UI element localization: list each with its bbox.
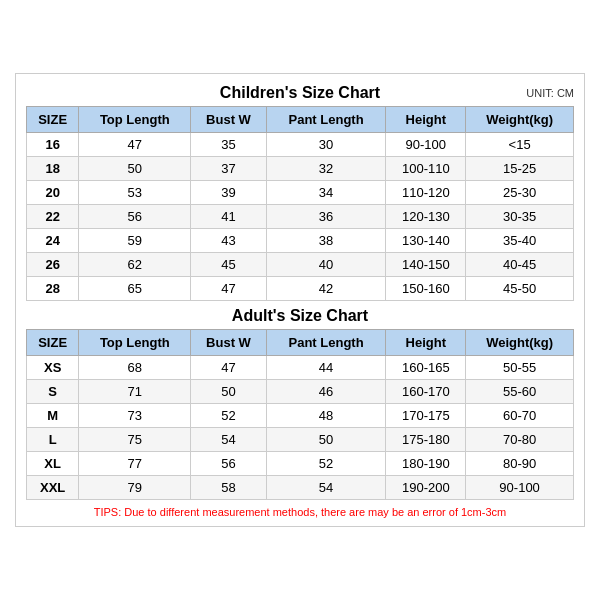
adults-title-row: Adult's Size Chart: [26, 307, 574, 325]
children-col-bust-w: Bust W: [191, 107, 266, 133]
unit-label: UNIT: CM: [526, 87, 574, 99]
table-row: 18503732100-11015-25: [27, 157, 574, 181]
children-title: Children's Size Chart: [220, 84, 380, 102]
adults-col-bust-w: Bust W: [191, 330, 266, 356]
children-col-weight: Weight(kg): [466, 107, 574, 133]
adults-tbody: XS684744160-16550-55S715046160-17055-60M…: [27, 356, 574, 500]
table-row: S715046160-17055-60: [27, 380, 574, 404]
children-table: SIZE Top Length Bust W Pant Length Heigh…: [26, 106, 574, 301]
table-row: 24594338130-14035-40: [27, 229, 574, 253]
table-row: XXL795854190-20090-100: [27, 476, 574, 500]
table-row: 20533934110-12025-30: [27, 181, 574, 205]
children-col-height: Height: [386, 107, 466, 133]
table-row: M735248170-17560-70: [27, 404, 574, 428]
adults-col-top-length: Top Length: [79, 330, 191, 356]
adults-col-weight: Weight(kg): [466, 330, 574, 356]
adults-header-row: SIZE Top Length Bust W Pant Length Heigh…: [27, 330, 574, 356]
chart-container: Children's Size Chart UNIT: CM SIZE Top …: [15, 73, 585, 527]
children-col-pant-length: Pant Length: [266, 107, 386, 133]
tips-text: TIPS: Due to different measurement metho…: [26, 506, 574, 518]
table-row: 26624540140-15040-45: [27, 253, 574, 277]
children-col-top-length: Top Length: [79, 107, 191, 133]
table-row: L755450175-18070-80: [27, 428, 574, 452]
adults-col-size: SIZE: [27, 330, 79, 356]
table-row: 28654742150-16045-50: [27, 277, 574, 301]
adults-table: SIZE Top Length Bust W Pant Length Heigh…: [26, 329, 574, 500]
adults-col-height: Height: [386, 330, 466, 356]
children-title-row: Children's Size Chart UNIT: CM: [26, 84, 574, 102]
table-row: XS684744160-16550-55: [27, 356, 574, 380]
adults-col-pant-length: Pant Length: [266, 330, 386, 356]
children-tbody: 1647353090-100<1518503732100-11015-25205…: [27, 133, 574, 301]
table-row: 1647353090-100<15: [27, 133, 574, 157]
table-row: XL775652180-19080-90: [27, 452, 574, 476]
children-header-row: SIZE Top Length Bust W Pant Length Heigh…: [27, 107, 574, 133]
table-row: 22564136120-13030-35: [27, 205, 574, 229]
adults-title: Adult's Size Chart: [232, 307, 368, 325]
children-col-size: SIZE: [27, 107, 79, 133]
